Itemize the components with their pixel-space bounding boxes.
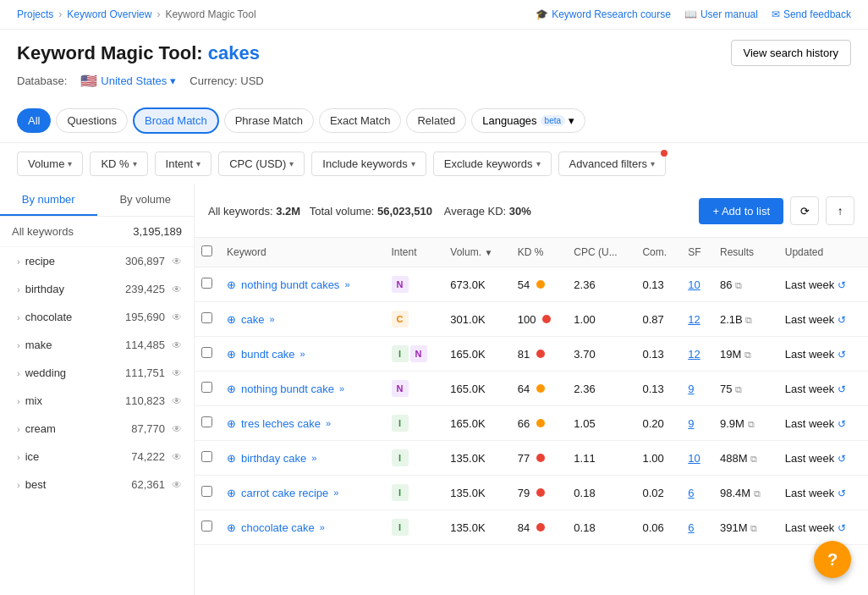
add-keyword-icon[interactable]: ⊕ (227, 417, 236, 430)
sidebar-item[interactable]: › mix 110,823 👁 (0, 387, 194, 415)
eye-icon[interactable]: 👁 (172, 423, 182, 435)
sf-link[interactable]: 10 (688, 278, 700, 291)
keyword-research-link[interactable]: 🎓 Keyword Research course (536, 8, 671, 20)
tab-questions[interactable]: Questions (56, 108, 128, 133)
table-row: ⊕ cake » C 301.0K 100 1.00 0.87 12 2.1B … (195, 302, 868, 337)
row-checkbox[interactable] (201, 382, 212, 393)
row-checkbox[interactable] (201, 486, 212, 497)
kd-filter[interactable]: KD % ▾ (90, 152, 147, 176)
keyword-link[interactable]: cake (241, 313, 264, 326)
include-keywords-filter[interactable]: Include keywords ▾ (311, 152, 426, 176)
sidebar-item[interactable]: › best 62,361 👁 (0, 471, 194, 499)
eye-icon[interactable]: 👁 (172, 311, 182, 323)
keyword-detail-icon[interactable]: » (326, 418, 331, 428)
eye-icon[interactable]: 👁 (172, 451, 182, 463)
languages-button[interactable]: Languages beta ▾ (471, 108, 585, 133)
row-checkbox[interactable] (201, 278, 212, 289)
sf-link[interactable]: 6 (688, 487, 694, 499)
keyword-detail-icon[interactable]: » (344, 279, 349, 289)
user-manual-link[interactable]: 📖 User manual (684, 8, 758, 20)
send-feedback-link[interactable]: ✉ Send feedback (772, 8, 851, 20)
keyword-link[interactable]: tres leches cake (241, 417, 321, 430)
results-icon: ⧉ (744, 350, 751, 360)
col-volume[interactable]: Volum. ▼ (443, 238, 510, 267)
row-refresh-icon[interactable]: ↺ (838, 488, 846, 499)
keyword-detail-icon[interactable]: » (320, 522, 325, 532)
sidebar-item[interactable]: › chocolate 195,690 👁 (0, 303, 194, 331)
sidebar-item[interactable]: › recipe 306,897 👁 (0, 247, 194, 275)
sf-link[interactable]: 6 (688, 521, 694, 534)
intent-cell: I (385, 406, 444, 441)
keyword-detail-icon[interactable]: » (339, 383, 344, 394)
keyword-detail-icon[interactable]: » (311, 453, 316, 463)
row-checkbox[interactable] (201, 451, 212, 462)
row-checkbox[interactable] (201, 347, 212, 358)
add-keyword-icon[interactable]: ⊕ (227, 487, 236, 499)
top-links: 🎓 Keyword Research course 📖 User manual … (536, 8, 851, 20)
keyword-detail-icon[interactable]: » (300, 349, 305, 359)
keyword-link[interactable]: nothing bundt cakes (241, 278, 339, 291)
row-refresh-icon[interactable]: ↺ (838, 522, 846, 534)
eye-icon[interactable]: 👁 (172, 479, 182, 491)
tab-all[interactable]: All (17, 108, 51, 133)
volume-filter[interactable]: Volume ▾ (17, 152, 83, 176)
sidebar-tab-by-number[interactable]: By number (0, 185, 97, 216)
sidebar-item[interactable]: › wedding 111,751 👁 (0, 359, 194, 387)
add-keyword-icon[interactable]: ⊕ (227, 452, 236, 465)
advanced-filters-button[interactable]: Advanced filters ▾ (558, 152, 667, 176)
sidebar-item[interactable]: › ice 74,222 👁 (0, 443, 194, 471)
eye-icon[interactable]: 👁 (172, 367, 182, 379)
view-history-button[interactable]: View search history (731, 40, 851, 66)
row-checkbox[interactable] (201, 416, 212, 427)
add-to-list-button[interactable]: + Add to list (699, 198, 783, 224)
sf-link[interactable]: 12 (688, 313, 700, 326)
sf-cell: 12 (681, 337, 713, 372)
sf-link[interactable]: 9 (688, 417, 694, 430)
keyword-link[interactable]: nothing bundt cake (241, 383, 334, 395)
keyword-detail-icon[interactable]: » (333, 488, 338, 498)
row-refresh-icon[interactable]: ↺ (838, 418, 846, 430)
row-refresh-icon[interactable]: ↺ (838, 383, 846, 395)
sf-link[interactable]: 9 (688, 383, 694, 395)
sf-link[interactable]: 12 (688, 348, 700, 361)
select-all-checkbox[interactable] (201, 245, 212, 256)
keyword-link[interactable]: birthday cake (241, 452, 306, 465)
sf-link[interactable]: 10 (688, 452, 700, 465)
eye-icon[interactable]: 👁 (172, 284, 182, 295)
keyword-link[interactable]: chocolate cake (241, 521, 315, 534)
database-selector[interactable]: 🇺🇸 United States ▾ (80, 73, 176, 89)
export-button[interactable]: ↑ (826, 196, 854, 225)
cpc-filter[interactable]: CPC (USD) ▾ (218, 152, 305, 176)
sidebar-tab-by-volume[interactable]: By volume (97, 185, 195, 216)
sidebar-item[interactable]: › cream 87,770 👁 (0, 415, 194, 443)
tab-broad-match[interactable]: Broad Match (133, 107, 219, 134)
row-refresh-icon[interactable]: ↺ (838, 314, 846, 326)
add-keyword-icon[interactable]: ⊕ (227, 521, 236, 534)
tab-related[interactable]: Related (406, 108, 466, 133)
keyword-link[interactable]: carrot cake recipe (241, 487, 328, 499)
add-keyword-icon[interactable]: ⊕ (227, 348, 236, 361)
add-keyword-icon[interactable]: ⊕ (227, 383, 236, 395)
sidebar-item[interactable]: › birthday 239,425 👁 (0, 275, 194, 303)
breadcrumb-projects[interactable]: Projects (17, 8, 53, 20)
eye-icon[interactable]: 👁 (172, 339, 182, 351)
intent-filter[interactable]: Intent ▾ (155, 152, 212, 176)
exclude-keywords-filter[interactable]: Exclude keywords ▾ (433, 152, 552, 176)
help-button[interactable]: ? (814, 541, 851, 578)
row-checkbox[interactable] (201, 521, 212, 532)
add-keyword-icon[interactable]: ⊕ (227, 313, 236, 326)
breadcrumb-keyword-overview[interactable]: Keyword Overview (67, 8, 151, 20)
tab-phrase-match[interactable]: Phrase Match (224, 108, 314, 133)
eye-icon[interactable]: 👁 (172, 256, 182, 267)
keyword-link[interactable]: bundt cake (241, 348, 295, 361)
eye-icon[interactable]: 👁 (172, 395, 182, 407)
refresh-button[interactable]: ⟳ (790, 196, 819, 225)
row-refresh-icon[interactable]: ↺ (838, 279, 846, 291)
add-keyword-icon[interactable]: ⊕ (227, 278, 236, 291)
tab-exact-match[interactable]: Exact Match (319, 108, 402, 133)
row-refresh-icon[interactable]: ↺ (838, 453, 846, 465)
row-refresh-icon[interactable]: ↺ (838, 349, 846, 361)
row-checkbox[interactable] (201, 312, 212, 323)
sidebar-item[interactable]: › make 114,485 👁 (0, 331, 194, 359)
keyword-detail-icon[interactable]: » (269, 314, 274, 324)
